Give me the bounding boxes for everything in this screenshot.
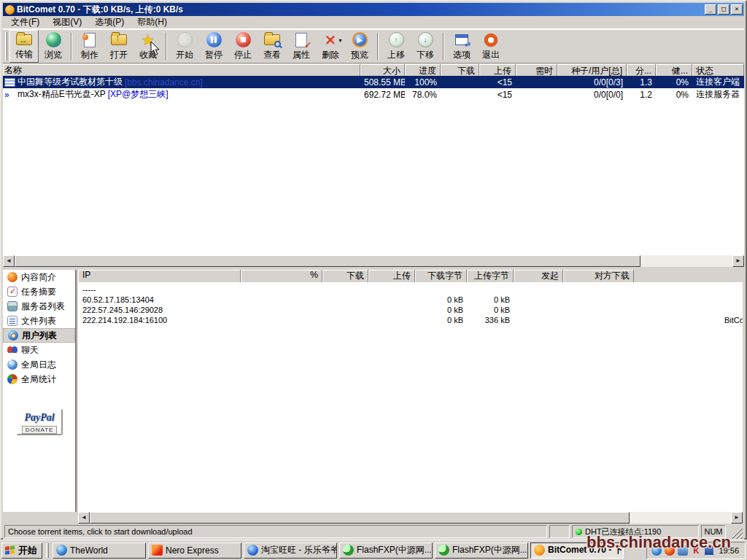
browse-button[interactable]: 浏览	[39, 30, 68, 63]
scroll-groove[interactable]	[640, 255, 732, 267]
torrent-col-header-1[interactable]: 大小	[360, 64, 405, 76]
torrent-col-header-3[interactable]: 下载	[441, 64, 479, 76]
taskbar-button-theworld[interactable]: TheWorld	[53, 542, 146, 559]
torrent-cell-upload: <15	[479, 77, 516, 88]
stop-button[interactable]: 停止	[228, 30, 258, 63]
scroll-left-arrow[interactable]: ◄	[3, 255, 15, 267]
properties-button[interactable]: ✓属性	[287, 30, 316, 63]
peer-col-header-1[interactable]: %	[241, 270, 322, 282]
make-button[interactable]: 制作	[75, 30, 104, 63]
torrent-row-0[interactable]: 中国舞等级考试教材第十级 [bbs.chinadance.cn]508.55 M…	[3, 76, 744, 88]
torrent-cell-progress: 78.0%	[405, 90, 441, 100]
torrent-cell-status: 连接客户端	[692, 76, 744, 88]
peer-col-header-5[interactable]: 上传字节	[467, 270, 514, 282]
peer-row-3[interactable]: 222.214.192.184:161000 kB336 kBBitCor	[78, 315, 743, 325]
taskbar-button-flashfxp1[interactable]: FlashFXP(中源网...	[339, 542, 433, 559]
scroll-thumb[interactable]	[15, 255, 640, 267]
sidebar-item-file-list[interactable]: 文件列表	[3, 314, 75, 328]
torrent-col-header-4[interactable]: 上传	[479, 64, 516, 76]
torrent-col-header-9[interactable]: 状态	[692, 64, 744, 76]
sidebar-item-task-summary[interactable]: 任务摘要	[3, 284, 75, 299]
view-icon	[263, 31, 282, 48]
move-down-icon: ↓	[416, 31, 435, 48]
torrent-col-header-2[interactable]: 进度	[405, 64, 441, 76]
delete-button[interactable]: ✕▼删除	[316, 30, 345, 63]
toolbar-group-4: ↵选项退出	[447, 30, 506, 63]
peer-cell-down_bytes: 0 kB	[415, 316, 467, 324]
peer-col-header-2[interactable]: 下载	[322, 270, 368, 282]
peer-row-1[interactable]: 60.52.17.185:134040 kB0 kB	[78, 295, 743, 305]
peer-col-header-7[interactable]: 对方下载	[563, 270, 634, 282]
peer-col-header-3[interactable]: 上传	[368, 270, 415, 282]
scroll-thumb[interactable]	[90, 512, 630, 524]
taskbar-button-nero[interactable]: Nero Express	[148, 542, 241, 559]
torrent-col-header-0[interactable]: 名称	[3, 64, 360, 76]
sidebar-item-server-list[interactable]: 服务器列表	[3, 299, 75, 314]
peer-col-header-0[interactable]: IP	[78, 270, 241, 282]
paypal-donate-button[interactable]: PayPal DONATE	[16, 408, 63, 435]
sidebar-item-label: 服务器列表	[21, 300, 65, 313]
start-button[interactable]: ▶开始	[170, 30, 199, 63]
sidebar-item-user-list[interactable]: 用户列表	[3, 328, 75, 343]
resize-grip[interactable]	[732, 529, 743, 539]
flashfxp1-icon	[343, 545, 354, 556]
peer-cell-up_bytes: 336 kB	[467, 316, 514, 324]
scroll-left-arrow[interactable]: ◄	[78, 512, 90, 524]
taskbar-button-wangwang[interactable]: 淘宝旺旺 - 乐乐爷爷	[244, 542, 337, 559]
torrent-name-cell: »mx3x-精品E书光盘-XP [XP@梦想三峡]	[3, 88, 360, 101]
move-up-button[interactable]: ↑上移	[382, 30, 411, 63]
delete-icon: ✕▼	[321, 31, 340, 48]
options-button[interactable]: ↵选项	[447, 30, 476, 63]
toolbar-grip[interactable]	[5, 32, 7, 61]
sidebar-item-content-info[interactable]: 内容简介	[3, 270, 75, 284]
view-button[interactable]: 查看	[258, 30, 287, 63]
watermark: bbs.chinadance.cn	[587, 533, 731, 552]
taskbar-button-flashfxp2[interactable]: FlashFXP(中源网...	[435, 542, 528, 559]
sidebar-item-global-stats[interactable]: 全局统计	[3, 372, 75, 386]
make-icon	[80, 31, 99, 48]
minimize-button[interactable]: _	[705, 4, 716, 15]
transfer-button[interactable]: ↔传输	[9, 30, 39, 63]
peer-row-0[interactable]: -----	[78, 284, 743, 295]
taskbar-button-label: Nero Express	[166, 545, 219, 556]
torrent-col-header-5[interactable]: 需时	[516, 64, 557, 76]
menu-item-3[interactable]: 帮助(H)	[131, 15, 174, 30]
status-message: Choose torrent items, click to start dow…	[4, 525, 547, 538]
torrent-col-header-6[interactable]: 种子/用户[总]	[557, 64, 627, 76]
peer-col-header-4[interactable]: 下载字节	[415, 270, 467, 282]
torrent-col-header-7[interactable]: 分...	[627, 64, 656, 76]
taskbar-grip[interactable]	[46, 543, 49, 558]
menu-item-0[interactable]: 文件(F)	[4, 15, 46, 30]
delete-label: 删除	[322, 49, 339, 61]
torrent-col-header-8[interactable]: 健...	[656, 64, 692, 76]
torrent-name: 中国舞等级考试教材第十级	[18, 76, 123, 88]
menu-item-2[interactable]: 选项(P)	[88, 15, 131, 30]
taskbar-button-label: 淘宝旺旺 - 乐乐爷爷	[261, 544, 337, 556]
start-label: 开始	[18, 544, 37, 557]
open-button[interactable]: ↑打开	[104, 30, 133, 63]
preview-button[interactable]: ▶预览	[345, 30, 374, 63]
sidebar-item-global-log[interactable]: 全局日志	[3, 357, 75, 372]
start-button[interactable]: 开始	[1, 542, 42, 559]
torrent-row-1[interactable]: »mx3x-精品E书光盘-XP [XP@梦想三峡]692.72 MB78.0%<…	[3, 88, 744, 101]
properties-icon: ✓	[292, 31, 311, 48]
maximize-button[interactable]: □	[718, 4, 729, 15]
scroll-right-arrow[interactable]: ►	[731, 512, 743, 524]
sidebar-item-chat[interactable]: 聊天	[3, 343, 75, 357]
exit-button[interactable]: 退出	[476, 30, 506, 63]
close-button[interactable]: ×	[731, 4, 743, 15]
scroll-right-arrow[interactable]: ►	[732, 255, 744, 267]
peer-list: -----60.52.17.185:134040 kB0 kB222.57.24…	[78, 282, 743, 512]
pause-button[interactable]: 暂停	[199, 30, 228, 63]
windows-logo-icon	[5, 545, 15, 555]
peer-col-header-6[interactable]: 发起	[514, 270, 563, 282]
detail-sidebar: 内容简介任务摘要服务器列表文件列表用户列表聊天全局日志全局统计 PayPal D…	[3, 270, 77, 512]
menu-item-1[interactable]: 视图(V)	[46, 15, 88, 30]
torrent-cell-peers: 0/0[0/3]	[557, 77, 627, 88]
peer-row-2[interactable]: 222.57.245.146:290280 kB0 kB	[78, 305, 743, 315]
torrent-name-suffix: [XP@梦想三峡]	[108, 88, 169, 101]
make-label: 制作	[81, 49, 98, 61]
scroll-groove[interactable]	[630, 512, 731, 524]
menubar: 文件(F)视图(V)选项(P)帮助(H)	[3, 16, 744, 29]
move-down-button[interactable]: ↓下移	[411, 30, 440, 63]
